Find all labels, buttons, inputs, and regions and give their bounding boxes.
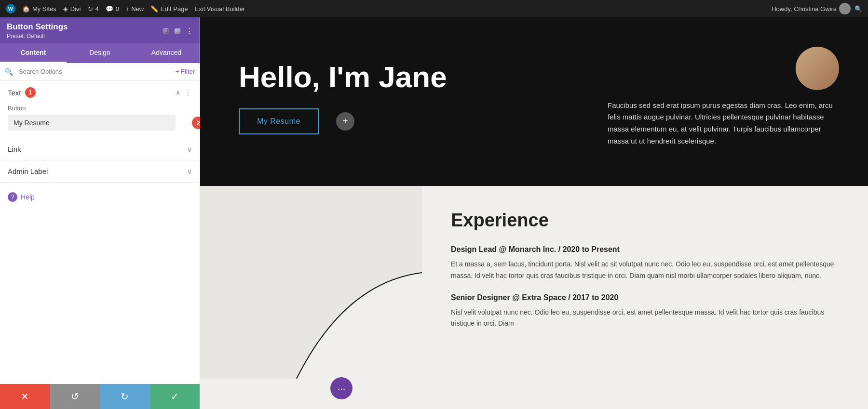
hero-section: Hello, I'm Jane My Resume + Faucibus sed… — [200, 17, 868, 186]
left-panel: Button Settings Preset: Default ⊞ ▦ ⋮ Co… — [0, 17, 200, 409]
curved-graphic — [200, 186, 422, 409]
my-sites-label: My Sites — [32, 5, 56, 13]
resume-button[interactable]: My Resume — [239, 108, 319, 134]
user-greeting-label: Howdy, Christina Gwira — [772, 5, 837, 13]
add-module-button[interactable]: + — [336, 112, 354, 131]
undo-icon: ↺ — [71, 391, 79, 402]
panel-bottom-toolbar: ✕ ↺ ↻ ✓ — [0, 384, 200, 409]
wp-logo-icon: W — [6, 4, 15, 13]
loop-icon: ↻ — [88, 5, 93, 13]
divi-icon: ◈ — [63, 5, 68, 13]
user-greeting-item[interactable]: Howdy, Christina Gwira — [772, 3, 851, 14]
help-icon: ? — [8, 192, 17, 202]
light-section: Experience Design Lead @ Monarch Inc. / … — [200, 186, 868, 409]
new-item[interactable]: + New — [126, 5, 144, 13]
plus-icon: + — [342, 116, 348, 127]
redo-icon: ↻ — [121, 391, 129, 402]
text-section-chevron-icon[interactable]: ∧ — [176, 89, 180, 96]
exit-builder-item[interactable]: Exit Visual Builder — [195, 5, 245, 13]
pencil-icon: ✏️ — [150, 5, 158, 13]
button-field-group: Button 2 — [8, 105, 192, 131]
button-text-input[interactable] — [8, 115, 176, 131]
undo-button[interactable]: ↺ — [50, 384, 100, 409]
tab-design[interactable]: Design — [67, 43, 133, 63]
text-section-badge: 1 — [25, 87, 36, 98]
comment-count: 0 — [116, 5, 119, 13]
experience-content: Experience Design Lead @ Monarch Inc. / … — [422, 186, 868, 409]
filter-label: + Filter — [176, 68, 195, 75]
filter-button[interactable]: + Filter — [176, 68, 195, 75]
exit-builder-label: Exit Visual Builder — [195, 5, 245, 13]
new-label: + New — [126, 5, 144, 13]
text-section-title: Text — [8, 89, 21, 97]
edit-page-label: Edit Page — [161, 5, 188, 13]
job-2-desc: Nisl velit volutpat nunc nec. Odio leo e… — [451, 307, 839, 330]
panel-preset[interactable]: Preset: Default — [7, 33, 68, 40]
search-admin-icon: 🔍 — [854, 5, 862, 13]
job-1-title: Design Lead @ Monarch Inc. / 2020 to Pre… — [451, 245, 839, 254]
panel-expand-icon[interactable]: ⊞ — [163, 26, 169, 35]
divi-label: Divi — [70, 5, 81, 13]
hero-description: Faucibus sed sed erat ipsum purus egesta… — [608, 100, 839, 147]
admin-label-section-header[interactable]: Admin Label ∨ — [8, 167, 192, 175]
search-admin-item[interactable]: 🔍 — [854, 5, 862, 13]
comment-bubble-item[interactable]: 💬 0 — [106, 5, 119, 13]
tab-content[interactable]: Content — [0, 43, 67, 63]
panel-menu-icon[interactable]: ⋮ — [186, 26, 193, 35]
wp-logo-item[interactable]: W — [6, 4, 15, 13]
save-icon: ✓ — [171, 391, 179, 402]
link-section-title: Link — [8, 145, 21, 153]
link-section: Link ∨ — [0, 138, 200, 160]
link-section-chevron-icon[interactable]: ∨ — [187, 145, 192, 153]
admin-label-chevron-icon[interactable]: ∨ — [187, 168, 192, 175]
help-row[interactable]: ? Help — [0, 183, 200, 211]
divi-item[interactable]: ◈ Divi — [63, 5, 81, 13]
my-sites-item[interactable]: 🏠 My Sites — [22, 5, 56, 13]
admin-bar: W 🏠 My Sites ◈ Divi ↻ 4 💬 0 + New ✏️ Edi… — [0, 0, 868, 17]
panel-search-row: 🔍 + Filter — [0, 63, 200, 80]
hero-avatar-img — [796, 47, 839, 90]
search-icon: 🔍 — [5, 68, 13, 76]
hero-title: Hello, I'm Jane — [239, 60, 608, 94]
job-1-desc: Et a massa a, sem lacus, tincidunt porta… — [451, 259, 839, 282]
button-field-row: 2 — [8, 115, 192, 131]
panel-grid-icon[interactable]: ▦ — [174, 26, 181, 35]
cancel-icon: ✕ — [21, 391, 29, 402]
button-field-label: Button — [8, 105, 192, 112]
experience-title: Experience — [451, 210, 839, 231]
hero-right: Faucibus sed sed erat ipsum purus egesta… — [608, 47, 839, 147]
admin-label-title: Admin Label — [8, 167, 48, 175]
comments-item[interactable]: ↻ 4 — [88, 5, 99, 13]
floating-dots-button[interactable]: ··· — [330, 377, 353, 399]
save-button[interactable]: ✓ — [150, 384, 200, 409]
redo-button[interactable]: ↻ — [100, 384, 150, 409]
home-icon: 🏠 — [22, 5, 30, 13]
tab-advanced[interactable]: Advanced — [133, 43, 200, 63]
hero-avatar — [796, 47, 839, 90]
search-input[interactable] — [16, 66, 173, 77]
hero-left: Hello, I'm Jane My Resume + — [239, 60, 608, 134]
panel-header: Button Settings Preset: Default ⊞ ▦ ⋮ — [0, 17, 200, 43]
edit-page-item[interactable]: ✏️ Edit Page — [150, 5, 188, 13]
dots-icon: ··· — [338, 383, 346, 394]
panel-title: Button Settings — [7, 22, 68, 32]
panel-tabs: Content Design Advanced — [0, 43, 200, 63]
link-section-header[interactable]: Link ∨ — [8, 145, 192, 153]
cancel-button[interactable]: ✕ — [0, 384, 50, 409]
comment-icon: 💬 — [106, 5, 113, 13]
text-section: Text 1 ∧ ⋮ Button 2 — [0, 80, 200, 138]
user-avatar — [839, 3, 851, 14]
help-label: Help — [21, 193, 35, 201]
text-section-header[interactable]: Text 1 ∧ ⋮ — [8, 87, 192, 98]
job-2-title: Senior Designer @ Extra Space / 2017 to … — [451, 293, 839, 302]
text-section-dots-icon[interactable]: ⋮ — [184, 88, 192, 97]
content-area: Hello, I'm Jane My Resume + Faucibus sed… — [200, 17, 868, 409]
comments-count: 4 — [95, 5, 99, 13]
admin-label-section: Admin Label ∨ — [0, 160, 200, 183]
curved-line-svg — [200, 186, 422, 379]
